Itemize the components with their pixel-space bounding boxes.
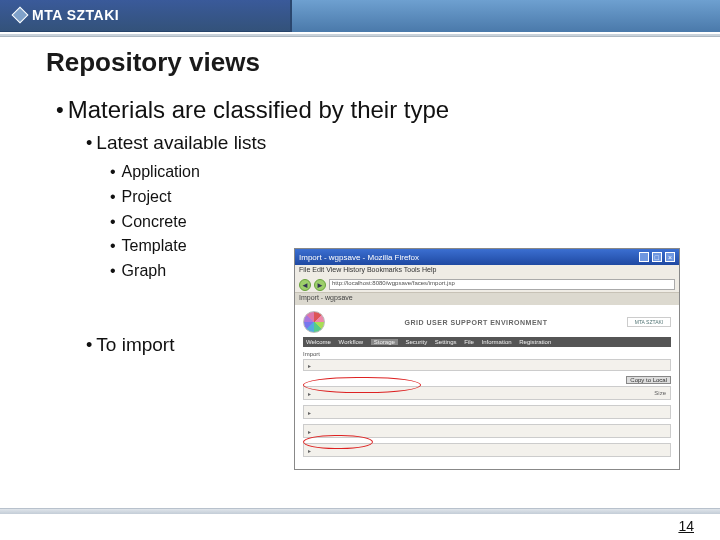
window-controls: _ □ ×	[638, 252, 675, 262]
header-rule	[0, 34, 720, 37]
list-item: •Project	[110, 185, 720, 210]
back-icon: ◄	[299, 279, 311, 291]
minimize-icon: _	[639, 252, 649, 262]
url-bar: http://localhost:8080/wgpsave/faces/impo…	[329, 279, 675, 290]
table-row: ▸	[303, 405, 671, 419]
bullet-level2: •Latest available lists	[86, 132, 720, 154]
close-icon: ×	[665, 252, 675, 262]
nav-row: Welcome Workflow Storage Security Settin…	[303, 337, 671, 347]
bullet-dot-icon: •	[110, 237, 116, 254]
bullet-dot-icon: •	[86, 133, 92, 153]
bullet-dot-icon: •	[110, 213, 116, 230]
mta-badge: MTA SZTAKI	[627, 317, 671, 327]
header-stripe	[290, 0, 720, 32]
logo-mark-icon	[12, 7, 29, 24]
forward-icon: ►	[314, 279, 326, 291]
list-item: •Concrete	[110, 210, 720, 235]
window-titlebar: Import - wgpsave - Mozilla Firefox _ □ ×	[295, 249, 679, 265]
copy-button: Copy to Local	[626, 376, 671, 384]
slide-title: Repository views	[46, 47, 720, 78]
bullet-level1: •Materials are classified by their type	[56, 96, 720, 124]
bullet-dot-icon: •	[56, 97, 64, 122]
guse-title: GRID USER SUPPORT ENVIRONMENT	[405, 319, 548, 326]
page-body: GRID USER SUPPORT ENVIRONMENT MTA SZTAKI…	[295, 305, 679, 469]
browser-tab: Import - wgpsave	[295, 293, 679, 305]
bullet-dot-icon: •	[86, 335, 92, 355]
section-label: Import	[303, 351, 671, 357]
table-row: ▸	[303, 443, 671, 457]
guse-header: GRID USER SUPPORT ENVIRONMENT MTA SZTAKI	[303, 311, 671, 333]
table-row: ▸	[303, 359, 671, 371]
bullet-dot-icon: •	[110, 262, 116, 279]
slide: MTA SZTAKI Repository views •Materials a…	[0, 0, 720, 540]
guse-logo-icon	[303, 311, 325, 333]
footer-rule	[0, 508, 720, 514]
maximize-icon: □	[652, 252, 662, 262]
window-title-text: Import - wgpsave - Mozilla Firefox	[299, 253, 419, 262]
browser-menubar: File Edit View History Bookmarks Tools H…	[295, 265, 679, 277]
bullet-dot-icon: •	[110, 188, 116, 205]
logo: MTA SZTAKI	[14, 7, 119, 23]
embedded-screenshot: Import - wgpsave - Mozilla Firefox _ □ ×…	[294, 248, 680, 470]
header-bar: MTA SZTAKI	[0, 0, 720, 32]
logo-text: MTA SZTAKI	[32, 7, 119, 23]
bullet-dot-icon: •	[110, 163, 116, 180]
browser-toolbar: ◄ ► http://localhost:8080/wgpsave/faces/…	[295, 277, 679, 293]
page-number: 14	[678, 518, 694, 534]
list-item: •Application	[110, 160, 720, 185]
table-row: ▸Size	[303, 386, 671, 400]
table-row: ▸	[303, 424, 671, 438]
